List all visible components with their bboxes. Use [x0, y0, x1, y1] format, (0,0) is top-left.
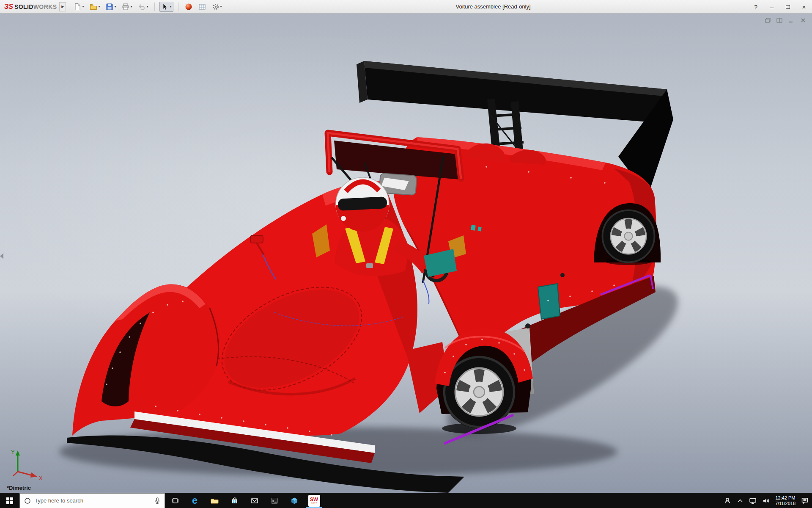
new-document-button[interactable]: ▾	[72, 2, 85, 12]
teal-side-duct	[538, 284, 560, 319]
minimize-icon	[787, 17, 795, 24]
undo-button[interactable]: ▾	[136, 2, 150, 12]
open-folder-icon	[90, 3, 97, 11]
dropdown-caret-icon[interactable]: ▾	[98, 5, 100, 8]
doc-tile-button[interactable]	[776, 17, 783, 24]
standard-toolbar: ▾ ▾ ▾ ▾ ▾ ▾	[72, 2, 223, 12]
restore-button[interactable]	[780, 0, 796, 14]
taskbar-search-box[interactable]: Type here to search	[19, 493, 165, 508]
dropdown-caret-icon[interactable]: ▾	[220, 5, 222, 8]
solidworks-logo: ЗS SOLID WORKS	[0, 3, 59, 11]
cube-icon	[291, 497, 298, 505]
file-explorer-icon	[211, 497, 219, 504]
options-button[interactable]: ▾	[210, 2, 224, 12]
close-icon	[799, 17, 807, 24]
restore-icon	[786, 5, 790, 9]
doc-minimize-button[interactable]	[787, 17, 795, 24]
system-tray: 12:42 PM 7/11/2018	[724, 495, 812, 506]
chevron-up-icon	[737, 498, 743, 504]
minimize-button[interactable]: –	[764, 0, 780, 14]
cascade-icon	[764, 17, 771, 24]
panel-collapse-arrow[interactable]	[0, 253, 3, 259]
brand-solid-text: SOLID	[14, 3, 33, 10]
taskbar-store-button[interactable]	[225, 493, 244, 508]
design-table-icon	[198, 3, 206, 11]
action-center-button[interactable]	[801, 497, 809, 504]
open-button[interactable]: ▾	[88, 2, 102, 12]
doc-close-button[interactable]	[799, 17, 807, 24]
network-button[interactable]	[749, 497, 757, 504]
triad-x-label: X	[39, 475, 43, 481]
gear-icon	[212, 3, 219, 11]
search-placeholder-text: Type here to search	[35, 497, 151, 504]
toolbar-separator	[154, 3, 155, 11]
solidworks-app-icon: SW 2017	[308, 495, 320, 507]
start-button[interactable]	[0, 493, 19, 508]
network-icon	[749, 497, 757, 504]
volume-button[interactable]	[762, 497, 770, 504]
rear-right-wheel[interactable]	[601, 209, 656, 263]
window-controls: ? – ×	[748, 0, 812, 14]
taskbar-cad-viewer-button[interactable]	[284, 493, 304, 508]
show-hidden-icons-button[interactable]	[737, 498, 743, 504]
edit-appearance-button[interactable]	[183, 2, 194, 12]
select-arrow-icon	[161, 3, 169, 11]
people-button[interactable]	[724, 497, 731, 504]
terminal-icon	[271, 497, 278, 505]
close-button[interactable]: ×	[796, 0, 812, 14]
document-window-controls	[764, 17, 807, 24]
help-button[interactable]: ?	[748, 0, 764, 14]
taskbar-mail-button[interactable]	[244, 493, 264, 508]
left-mirror	[250, 235, 263, 243]
design-table-button[interactable]	[197, 2, 208, 12]
window-title: Voiture assemblee [Read-only]	[455, 0, 530, 14]
edge-icon: e	[192, 495, 198, 506]
windows-logo-icon	[6, 497, 13, 504]
clock-date: 7/11/2018	[775, 501, 796, 506]
taskbar-solidworks-button[interactable]: SW 2017	[304, 493, 324, 508]
doc-cascade-button[interactable]	[764, 17, 771, 24]
dropdown-caret-icon[interactable]: ▾	[146, 5, 148, 8]
mail-icon	[251, 497, 258, 504]
speaker-icon	[762, 497, 770, 504]
triad-y-label: Y	[11, 449, 15, 455]
taskbar-terminal-button[interactable]	[264, 493, 284, 508]
toolbar-separator	[178, 3, 178, 11]
save-floppy-icon	[106, 3, 113, 11]
brand-works-text: WORKS	[33, 3, 57, 10]
save-button[interactable]: ▾	[104, 2, 118, 12]
graphics-area[interactable]: Y X *Dimetric	[0, 14, 812, 493]
action-center-icon	[801, 497, 809, 504]
people-icon	[724, 497, 731, 504]
view-orientation-label: *Dimetric	[7, 485, 31, 491]
windows-taskbar: Type here to search e SW 2017	[0, 493, 812, 508]
appearance-sphere-icon	[185, 3, 192, 11]
microphone-icon[interactable]	[154, 497, 160, 504]
3d-viewport-canvas[interactable]: Y X	[0, 14, 812, 493]
dropdown-caret-icon[interactable]: ▾	[130, 5, 132, 8]
dropdown-caret-icon[interactable]: ▾	[114, 5, 116, 8]
ds-logo-icon: ЗS	[4, 3, 13, 11]
store-icon	[231, 497, 239, 504]
print-icon	[122, 3, 129, 11]
taskbar-clock[interactable]: 12:42 PM 7/11/2018	[775, 495, 796, 506]
task-view-button[interactable]	[165, 493, 185, 508]
new-document-icon	[74, 3, 81, 11]
clock-time: 12:42 PM	[775, 495, 796, 501]
cortana-icon	[24, 497, 31, 504]
titlebar: ЗS SOLID WORKS ▶ ▾ ▾ ▾ ▾ ▾ ▾	[0, 0, 812, 14]
taskbar-edge-button[interactable]: e	[185, 493, 205, 508]
select-tool-button[interactable]: ▾	[159, 2, 173, 12]
taskbar-file-explorer-button[interactable]	[205, 493, 225, 508]
und o-arrow-icon	[138, 3, 145, 11]
dropdown-caret-icon[interactable]: ▾	[82, 5, 84, 8]
dropdown-caret-icon[interactable]: ▾	[170, 5, 171, 8]
flyout-arrow-icon: ▶	[61, 5, 64, 8]
toolbar-flyout-arrow[interactable]: ▶	[59, 2, 66, 11]
task-view-icon	[171, 497, 179, 504]
tile-icon	[776, 17, 783, 24]
print-button[interactable]: ▾	[120, 2, 134, 12]
